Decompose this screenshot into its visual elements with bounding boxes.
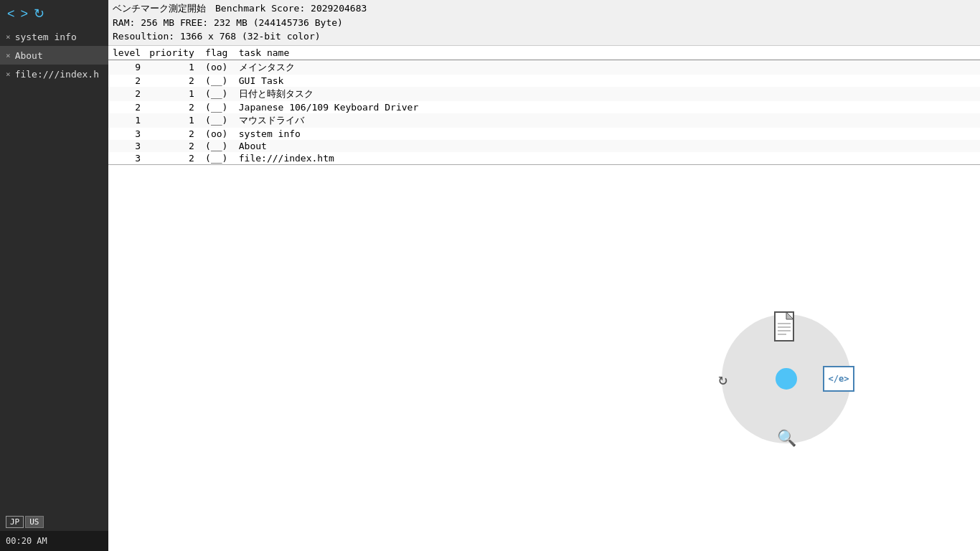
cell-priority: 2	[145, 152, 199, 164]
clock-text: 00:20 AM	[6, 536, 47, 546]
cell-flag: (oo)	[199, 128, 235, 140]
info-line-2: RAM: 256 MB FREE: 232 MB (244145736 Byte…	[113, 16, 976, 30]
main-content: ベンチマーク測定開始 Benchmark Score: 2029204683 R…	[108, 0, 980, 551]
refresh-icon: ↻	[718, 370, 727, 388]
close-icon[interactable]: ×	[6, 70, 11, 79]
code-icon: </e>	[823, 366, 854, 392]
cell-level: 3	[108, 152, 145, 164]
cell-priority: 1	[145, 113, 199, 128]
cell-priority: 1	[145, 60, 199, 75]
cell-flag: (__)	[199, 140, 235, 152]
table-row: 32(__)About	[108, 140, 980, 152]
content-area: </e> ↻ 🔍	[108, 165, 980, 552]
sidebar-tab-label: system info	[15, 32, 77, 42]
back-button[interactable]: <	[7, 7, 15, 20]
jp-lang-button[interactable]: JP	[6, 516, 24, 528]
cell-flag: (__)	[199, 75, 235, 87]
cell-taskname: マウスドライバ	[235, 113, 980, 128]
us-lang-button[interactable]: US	[25, 516, 43, 528]
radial-menu: </e> ↻ 🔍	[715, 307, 858, 451]
sidebar-tab-file-index[interactable]: × file:///index.h	[0, 65, 108, 83]
cell-taskname: GUI Task	[235, 75, 980, 87]
cell-flag: (__)	[199, 152, 235, 164]
cell-level: 2	[108, 101, 145, 113]
cell-priority: 2	[145, 101, 199, 113]
cell-taskname: file:///index.htm	[235, 152, 980, 164]
cell-taskname: 日付と時刻タスク	[235, 87, 980, 101]
cell-flag: (__)	[199, 87, 235, 101]
col-header-flag: flag	[199, 46, 235, 60]
refresh-button[interactable]: ↻	[34, 7, 44, 20]
cell-taskname: About	[235, 140, 980, 152]
cell-level: 2	[108, 75, 145, 87]
task-table-body: 91(oo)メインタスク22(__)GUI Task21(__)日付と時刻タスク…	[108, 60, 980, 164]
sidebar: < > ↻ × system info × About × file:///in…	[0, 0, 108, 551]
cell-priority: 2	[145, 140, 199, 152]
close-icon[interactable]: ×	[6, 51, 11, 60]
sidebar-tab-label: file:///index.h	[15, 69, 99, 80]
radial-code-button[interactable]: </e>	[823, 366, 854, 392]
info-line-3: Resoultion: 980 x 551 (32-bit color)	[113, 29, 976, 44]
table-row: 91(oo)メインタスク	[108, 60, 980, 75]
table-row: 22(__)Japanese 106/109 Keyboard Driver	[108, 101, 980, 113]
col-header-taskname: task name	[235, 46, 980, 60]
table-row: 11(__)マウスドライバ	[108, 113, 980, 128]
clock-display: 00:20 AM	[0, 531, 108, 551]
cell-level: 3	[108, 140, 145, 152]
sidebar-tab-about[interactable]: × About	[0, 46, 108, 65]
close-icon[interactable]: ×	[6, 32, 11, 42]
radial-center-dot[interactable]	[776, 368, 797, 390]
cell-level: 2	[108, 87, 145, 101]
cell-priority: 2	[145, 128, 199, 140]
cell-taskname: メインタスク	[235, 60, 980, 75]
table-row: 22(__)GUI Task	[108, 75, 980, 87]
cell-flag: (__)	[199, 101, 235, 113]
cell-flag: (__)	[199, 113, 235, 128]
info-header: ベンチマーク測定開始 Benchmark Score: 2029204683 R…	[108, 0, 980, 46]
cell-level: 3	[108, 128, 145, 140]
task-table: level priority flag task name 91(oo)メインタ…	[108, 46, 980, 164]
sidebar-tab-label: About	[15, 50, 43, 61]
task-table-area: level priority flag task name 91(oo)メインタ…	[108, 46, 980, 165]
bottom-bar: JP US 00:20 AM	[0, 513, 108, 551]
cell-taskname: Japanese 106/109 Keyboard Driver	[235, 101, 980, 113]
table-row: 21(__)日付と時刻タスク	[108, 87, 980, 101]
sidebar-tabs: × system info × About × file:///index.h	[0, 27, 108, 83]
col-header-priority: priority	[145, 46, 199, 60]
radial-refresh-button[interactable]: ↻	[718, 370, 727, 388]
info-line-1: ベンチマーク測定開始 Benchmark Score: 2029204683	[113, 1, 976, 16]
radial-document-button[interactable]	[773, 311, 799, 342]
lang-switcher: JP US	[0, 513, 108, 531]
search-icon: 🔍	[777, 429, 796, 447]
radial-search-button[interactable]: 🔍	[777, 429, 796, 447]
cell-priority: 1	[145, 87, 199, 101]
table-row: 32(__)file:///index.htm	[108, 152, 980, 164]
col-header-level: level	[108, 46, 145, 60]
cell-level: 1	[108, 113, 145, 128]
sidebar-tab-system-info[interactable]: × system info	[0, 27, 108, 46]
forward-button[interactable]: >	[21, 7, 29, 20]
toolbar: < > ↻	[0, 0, 108, 27]
document-icon	[773, 311, 799, 342]
cell-level: 9	[108, 60, 145, 75]
cell-flag: (oo)	[199, 60, 235, 75]
cell-taskname: system info	[235, 128, 980, 140]
table-row: 32(oo)system info	[108, 128, 980, 140]
cell-priority: 2	[145, 75, 199, 87]
